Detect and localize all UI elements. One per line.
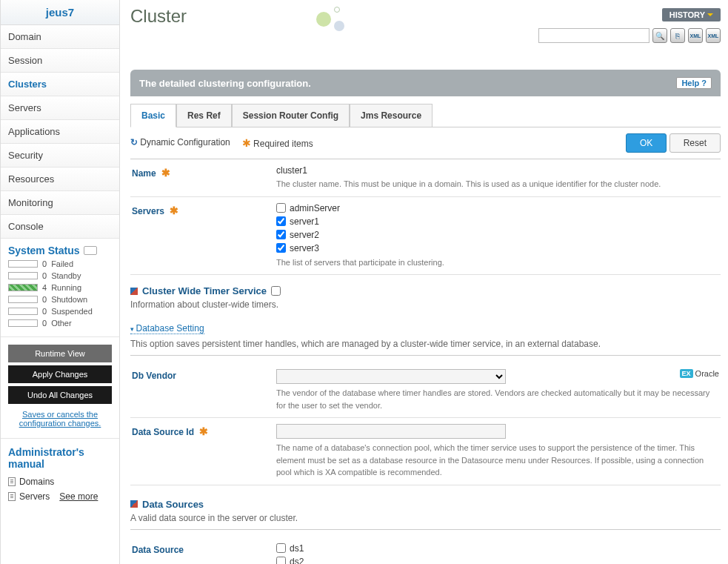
datasource-option-ds2: ds2 xyxy=(276,557,719,565)
database-setting-sub: This option saves persistent timer handl… xyxy=(130,339,721,356)
server-option-server1: server1 xyxy=(276,216,719,227)
nav-item-resources[interactable]: Resources xyxy=(1,167,119,191)
history-button[interactable]: HISTORY xyxy=(662,8,721,21)
tab-jms-resource[interactable]: Jms Resource xyxy=(350,104,433,127)
status-bar-icon xyxy=(8,296,38,303)
apply-changes-button[interactable]: Apply Changes xyxy=(8,365,112,383)
status-bar-icon xyxy=(8,284,38,291)
nav-item-domain[interactable]: Domain xyxy=(1,25,119,49)
document-icon xyxy=(8,492,16,501)
status-row-running: 4Running xyxy=(8,283,112,292)
status-bar-icon xyxy=(8,260,38,268)
help-button[interactable]: Help ? xyxy=(676,77,712,89)
manual-title: Administrator's manual xyxy=(8,446,112,470)
reset-button[interactable]: Reset xyxy=(669,133,721,153)
status-row-other: 0Other xyxy=(8,319,112,328)
db-vendor-example: EXOracle xyxy=(680,369,719,378)
status-row-suspended: 0Suspended xyxy=(8,307,112,316)
chevron-down-icon xyxy=(707,13,713,16)
data-sources-title: Data Sources xyxy=(142,499,204,510)
nav-item-servers[interactable]: Servers xyxy=(1,96,119,120)
status-row-shutdown: 0Shutdown xyxy=(8,295,112,304)
data-source-id-label: Data Source Id ✱ xyxy=(132,424,276,479)
brand: jeus7 xyxy=(1,0,119,25)
data-sources-sub: A valid data source in the server or clu… xyxy=(130,513,721,530)
data-source-label: Data Source xyxy=(132,543,276,565)
nav-item-session[interactable]: Session xyxy=(1,49,119,73)
system-status-title: System Status xyxy=(8,245,112,256)
status-row-standby: 0Standby xyxy=(8,271,112,280)
timer-section-title: Cluster Wide Timer Service xyxy=(142,285,267,296)
status-bar-icon xyxy=(8,272,38,279)
server-checkbox-server1[interactable] xyxy=(276,216,286,226)
server-checkbox-server2[interactable] xyxy=(276,230,286,239)
datasource-checkbox-ds2[interactable] xyxy=(276,557,286,564)
ok-button[interactable]: OK xyxy=(626,133,667,153)
status-row-failed: 0Failed xyxy=(8,259,112,268)
page-title: Cluster xyxy=(130,6,187,27)
search-input[interactable] xyxy=(538,28,649,43)
datasource-option-ds1: ds1 xyxy=(276,543,719,554)
xml-down-button[interactable]: XML xyxy=(706,28,721,43)
section-flag-icon xyxy=(130,288,138,295)
tab-session-router-config[interactable]: Session Router Config xyxy=(232,104,350,127)
nav-item-console[interactable]: Console xyxy=(1,215,119,239)
data-source-id-input[interactable] xyxy=(276,424,506,439)
required-items-legend: ✱ Required items xyxy=(242,137,313,149)
tab-res-ref[interactable]: Res Ref xyxy=(176,104,232,127)
server-checkbox-server3[interactable] xyxy=(276,243,286,253)
status-bar-icon xyxy=(8,308,38,315)
name-value: cluster1 xyxy=(276,165,719,176)
see-more-link[interactable]: See more xyxy=(59,491,98,502)
save-note-link[interactable]: Saves or cancels the configuration chang… xyxy=(19,410,101,428)
manual-item-servers[interactable]: Servers See more xyxy=(8,489,112,504)
db-vendor-help: The vendor of the database where timer h… xyxy=(276,387,719,411)
monitor-icon xyxy=(84,246,97,255)
tab-basic[interactable]: Basic xyxy=(130,104,176,127)
search-icon-button[interactable]: 🔍 xyxy=(652,28,667,43)
xml-up-button[interactable]: XML xyxy=(688,28,703,43)
manual-item-domains[interactable]: Domains xyxy=(8,474,112,489)
export-icon-button[interactable]: ⎘ xyxy=(670,28,685,43)
nav-item-applications[interactable]: Applications xyxy=(1,120,119,144)
nav-item-clusters[interactable]: Clusters xyxy=(1,73,119,96)
server-option-server2: server2 xyxy=(276,230,719,240)
runtime-view-button[interactable]: Runtime View xyxy=(8,345,112,362)
servers-help: The list of servers that participate in … xyxy=(276,256,719,269)
db-vendor-select[interactable] xyxy=(276,369,506,384)
nav-item-security[interactable]: Security xyxy=(1,144,119,167)
server-option-server3: server3 xyxy=(276,243,719,253)
name-label: Name ✱ xyxy=(132,165,276,190)
nav-item-monitoring[interactable]: Monitoring xyxy=(1,191,119,215)
timer-section-sub: Information about cluster-wide timers. xyxy=(130,299,721,310)
datasource-checkbox-ds1[interactable] xyxy=(276,543,286,553)
description-text: The detailed clustering configuration. xyxy=(139,78,311,89)
data-source-id-help: The name of a database's connection pool… xyxy=(276,442,719,479)
server-option-adminserver: adminServer xyxy=(276,203,719,213)
section-flag-icon xyxy=(130,500,138,508)
db-vendor-label: Db Vendor xyxy=(132,369,276,411)
timer-section-checkbox[interactable] xyxy=(271,286,281,296)
dynamic-config-legend: ↻ Dynamic Configuration xyxy=(130,137,230,149)
servers-label: Servers ✱ xyxy=(132,203,276,269)
document-icon xyxy=(8,477,16,486)
undo-all-changes-button[interactable]: Undo All Changes xyxy=(8,386,112,404)
server-checkbox-adminserver[interactable] xyxy=(276,203,286,213)
status-bar-icon xyxy=(8,319,38,327)
name-help: The cluster name. This must be unique in… xyxy=(276,178,719,190)
database-setting-toggle[interactable]: Database Setting xyxy=(130,323,204,334)
